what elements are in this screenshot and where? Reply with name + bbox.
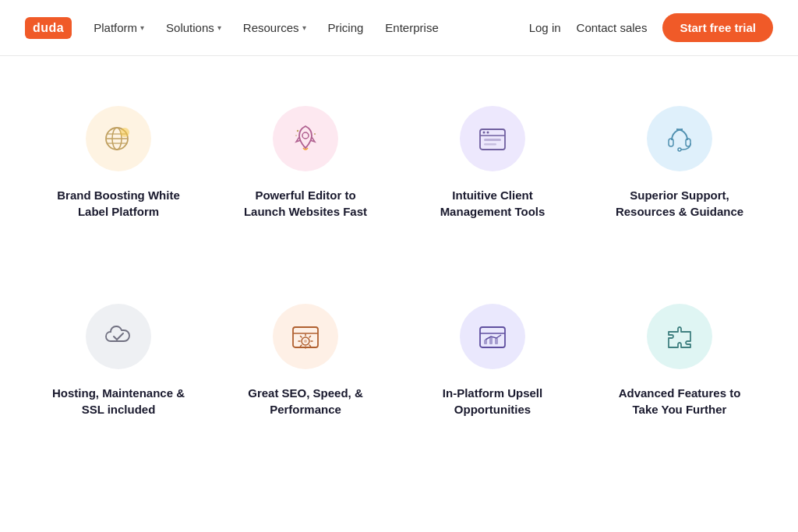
logo[interactable]: duda bbox=[25, 17, 72, 39]
svg-point-18 bbox=[678, 148, 681, 151]
support-icon bbox=[661, 120, 698, 157]
upsell-icon-wrap bbox=[460, 304, 525, 369]
upsell-label: In-Platform Upsell Opportunities bbox=[422, 385, 563, 417]
feature-white-label: Brand Boosting White Label Platform bbox=[31, 93, 206, 245]
feature-upsell: In-Platform Upsell Opportunities bbox=[405, 291, 580, 442]
svg-point-5 bbox=[120, 128, 129, 137]
client-mgmt-icon-wrap bbox=[460, 106, 525, 171]
feature-advanced: Advanced Features to Take You Further bbox=[592, 291, 767, 442]
client-mgmt-icon bbox=[474, 120, 511, 157]
nav-right: Log in Contact sales Start free trial bbox=[529, 13, 773, 42]
advanced-icon bbox=[661, 318, 698, 355]
editor-icon-wrap bbox=[273, 106, 338, 171]
nav-solutions[interactable]: Solutions ▾ bbox=[166, 21, 221, 34]
feature-editor: Powerful Editor to Launch Websites Fast bbox=[218, 93, 393, 245]
seo-icon-wrap bbox=[273, 304, 338, 369]
chevron-down-icon: ▾ bbox=[140, 23, 144, 32]
features-row1: Brand Boosting White Label Platform bbox=[31, 93, 767, 245]
svg-point-7 bbox=[297, 130, 298, 132]
advanced-label: Advanced Features to Take You Further bbox=[609, 385, 750, 417]
white-label-label: Brand Boosting White Label Platform bbox=[48, 187, 189, 220]
navigation: duda Platform ▾ Solutions ▾ Resources ▾ … bbox=[0, 0, 798, 56]
chevron-down-icon: ▾ bbox=[302, 23, 306, 32]
svg-point-12 bbox=[483, 132, 486, 134]
svg-point-22 bbox=[304, 340, 307, 343]
client-mgmt-label: Intuitive Client Management Tools bbox=[422, 187, 563, 220]
white-label-icon-wrap bbox=[86, 106, 151, 171]
svg-rect-27 bbox=[495, 338, 498, 344]
support-icon-wrap bbox=[647, 106, 712, 171]
feature-support: Superior Support, Resources & Guidance bbox=[592, 93, 767, 245]
svg-point-8 bbox=[314, 133, 316, 135]
svg-point-9 bbox=[295, 135, 297, 136]
svg-rect-15 bbox=[484, 143, 496, 146]
nav-left: duda Platform ▾ Solutions ▾ Resources ▾ … bbox=[25, 17, 439, 39]
start-trial-button[interactable]: Start free trial bbox=[662, 13, 773, 42]
feature-hosting: Hosting, Maintenance & SSL included bbox=[31, 291, 206, 442]
editor-label: Powerful Editor to Launch Websites Fast bbox=[235, 187, 376, 220]
nav-resources[interactable]: Resources ▾ bbox=[243, 21, 306, 34]
seo-icon bbox=[287, 318, 324, 355]
hosting-icon-wrap bbox=[86, 304, 151, 369]
nav-enterprise[interactable]: Enterprise bbox=[385, 21, 438, 34]
login-button[interactable]: Log in bbox=[529, 21, 561, 34]
svg-rect-16 bbox=[669, 139, 673, 146]
feature-client-mgmt: Intuitive Client Management Tools bbox=[405, 93, 580, 245]
advanced-icon-wrap bbox=[647, 304, 712, 369]
hosting-label: Hosting, Maintenance & SSL included bbox=[48, 385, 189, 417]
support-label: Superior Support, Resources & Guidance bbox=[609, 187, 750, 220]
upsell-icon bbox=[474, 318, 511, 355]
svg-rect-25 bbox=[484, 340, 487, 344]
chevron-down-icon: ▾ bbox=[217, 23, 221, 32]
feature-seo: Great SEO, Speed, & Performance bbox=[218, 291, 393, 442]
editor-icon bbox=[287, 120, 324, 157]
contact-sales-button[interactable]: Contact sales bbox=[577, 21, 648, 34]
svg-point-6 bbox=[302, 132, 309, 139]
svg-rect-14 bbox=[484, 139, 501, 141]
white-label-icon bbox=[100, 120, 137, 157]
hosting-icon bbox=[100, 318, 137, 355]
svg-point-13 bbox=[487, 132, 489, 134]
features-row2: Hosting, Maintenance & SSL included Grea… bbox=[31, 291, 767, 442]
seo-label: Great SEO, Speed, & Performance bbox=[235, 385, 376, 417]
nav-platform[interactable]: Platform ▾ bbox=[94, 21, 144, 34]
nav-pricing[interactable]: Pricing bbox=[328, 21, 364, 34]
main-content: Brand Boosting White Label Platform bbox=[0, 56, 798, 532]
